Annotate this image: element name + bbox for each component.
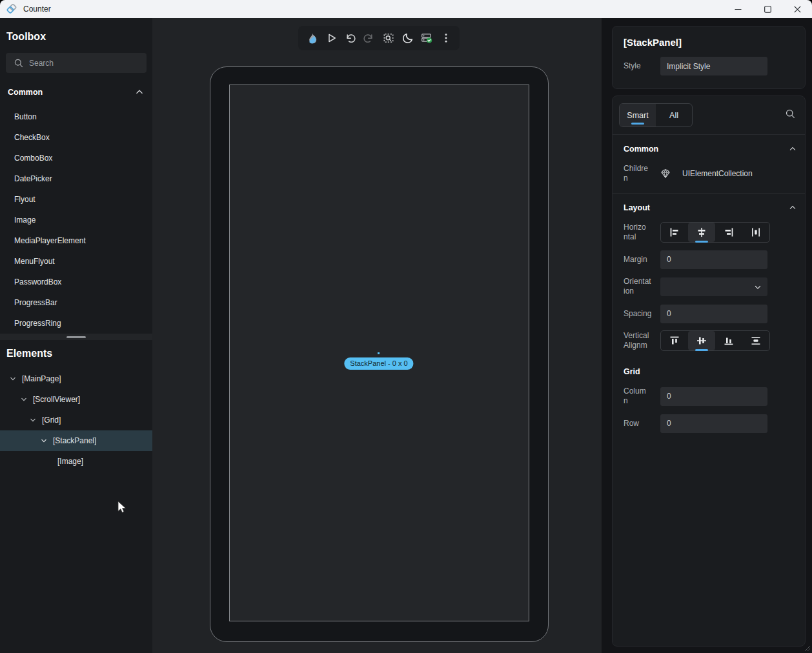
inspect-element-button[interactable] xyxy=(380,30,397,46)
spacing-label: Spacing xyxy=(624,309,660,319)
inspector-properties-card: Smart All xyxy=(612,95,806,647)
toolbox-item-list: Button CheckBox ComboBox DatePicker Flyo… xyxy=(0,106,152,334)
chevron-down-icon xyxy=(29,416,37,424)
hot-reload-button[interactable] xyxy=(303,30,320,46)
tree-item-stackpanel[interactable]: [StackPanel] xyxy=(0,430,152,451)
style-label: Style xyxy=(624,61,660,71)
play-icon xyxy=(325,32,337,44)
valign-center-button[interactable] xyxy=(688,331,715,350)
close-icon xyxy=(794,6,801,13)
halign-center-button[interactable] xyxy=(688,223,715,242)
valign-bottom-button[interactable] xyxy=(715,331,742,350)
sync-status-button[interactable] xyxy=(418,30,435,46)
toolbox-search[interactable] xyxy=(6,53,147,73)
window-titlebar: Counter xyxy=(0,0,812,18)
spacing-input[interactable]: 0 xyxy=(660,305,767,323)
app-logo-icon xyxy=(5,3,18,15)
splitter-handle-icon xyxy=(66,336,86,338)
orientation-label: Orientation xyxy=(624,277,660,296)
selection-badge: StackPanel - 0 x 0 xyxy=(344,357,413,370)
theme-toggle-button[interactable] xyxy=(400,30,416,46)
play-button[interactable] xyxy=(323,30,340,46)
tree-item-grid[interactable]: [Grid] xyxy=(0,410,152,430)
align-vstretch-icon xyxy=(751,336,761,346)
chevron-down-icon xyxy=(20,396,28,403)
left-panel: Toolbox Common Button CheckBox xyxy=(0,18,152,653)
toolbox-item-combobox[interactable]: ComboBox xyxy=(0,148,152,168)
tree-item-image[interactable]: [Image] xyxy=(0,451,152,472)
canvas-toolbar xyxy=(298,26,460,50)
toolbox-title: Toolbox xyxy=(0,18,152,43)
resize-grip-icon[interactable] xyxy=(804,645,811,652)
undo-button[interactable] xyxy=(341,30,358,46)
redo-button[interactable] xyxy=(361,30,378,46)
chevron-up-icon xyxy=(788,203,797,212)
align-center-icon xyxy=(696,227,707,237)
children-label: Children xyxy=(624,164,660,183)
align-right-icon xyxy=(724,227,734,237)
tab-all[interactable]: All xyxy=(656,104,692,126)
device-frame xyxy=(210,66,549,642)
window-title: Counter xyxy=(23,5,51,14)
toolbox-item-progressring[interactable]: ProgressRing xyxy=(0,313,152,334)
element-tree: [MainPage] [ScrollViewer] [Grid] [StackP… xyxy=(0,368,152,472)
selection-handle[interactable] xyxy=(378,352,380,354)
halign-left-button[interactable] xyxy=(661,223,688,242)
toolbox-item-image[interactable]: Image xyxy=(0,210,152,230)
inspector-panel: [StackPanel] Style Implicit Style Smart … xyxy=(602,18,812,653)
inspect-zoom-icon xyxy=(383,32,394,44)
align-left-icon xyxy=(669,227,680,237)
toolbox-section-common[interactable]: Common xyxy=(0,85,152,100)
grid-row-label: Row xyxy=(624,419,660,428)
tree-item-scrollviewer[interactable]: [ScrollViewer] xyxy=(0,389,152,410)
tree-item-mainpage[interactable]: [MainPage] xyxy=(0,368,152,389)
margin-input[interactable]: 0 xyxy=(660,250,767,269)
minimize-icon xyxy=(735,6,742,13)
toolbox-search-input[interactable] xyxy=(29,59,132,68)
flame-icon xyxy=(306,32,318,44)
tab-smart[interactable]: Smart xyxy=(620,104,656,126)
grid-column-label: Column xyxy=(624,387,660,406)
active-tab-indicator xyxy=(631,123,644,125)
moon-icon xyxy=(402,32,414,44)
section-common-header[interactable]: Common xyxy=(624,141,797,157)
elements-title: Elements xyxy=(0,340,152,359)
toolbox-item-flyout[interactable]: Flyout xyxy=(0,189,152,210)
valign-stretch-button[interactable] xyxy=(742,331,769,350)
inspector-tabs: Smart All xyxy=(613,96,805,135)
maximize-button[interactable] xyxy=(753,0,782,18)
selected-align-indicator xyxy=(695,349,708,351)
toolbox-item-checkbox[interactable]: CheckBox xyxy=(0,127,152,148)
chevron-down-icon xyxy=(40,437,48,445)
halign-stretch-button[interactable] xyxy=(742,223,769,242)
toolbox-item-datepicker[interactable]: DatePicker xyxy=(0,168,152,189)
children-value[interactable]: UIElementCollection xyxy=(660,168,711,179)
valign-top-button[interactable] xyxy=(661,331,688,350)
undo-icon xyxy=(344,32,356,44)
vertical-alignment-group xyxy=(660,330,770,351)
more-options-button[interactable] xyxy=(438,30,454,46)
section-layout-header[interactable]: Layout xyxy=(624,200,797,216)
style-input[interactable]: Implicit Style xyxy=(660,57,767,75)
toolbox-item-menuflyout[interactable]: MenuFlyout xyxy=(0,251,152,272)
grid-row-input[interactable]: 0 xyxy=(660,414,767,433)
toolbox-item-button[interactable]: Button xyxy=(0,106,152,127)
toolbox-item-passwordbox[interactable]: PasswordBox xyxy=(0,272,152,292)
halign-right-button[interactable] xyxy=(715,223,742,242)
vertical-alignment-label: Vertical Alignm xyxy=(624,331,660,350)
minimize-button[interactable] xyxy=(723,0,753,18)
orientation-dropdown[interactable] xyxy=(660,277,767,296)
server-check-icon xyxy=(421,32,432,44)
close-button[interactable] xyxy=(782,0,812,18)
chevron-up-icon xyxy=(134,87,145,97)
design-canvas: StackPanel - 0 x 0 xyxy=(152,18,602,653)
collection-gem-icon xyxy=(660,168,671,179)
elements-panel: Elements [MainPage] [ScrollViewer] [Grid… xyxy=(0,340,152,653)
inspector-header-card: [StackPanel] Style Implicit Style xyxy=(612,26,806,89)
grid-column-input[interactable]: 0 xyxy=(660,387,767,406)
align-bottom-icon xyxy=(724,336,734,346)
toolbox-item-mediaplayerelement[interactable]: MediaPlayerElement xyxy=(0,230,152,251)
toolbox-item-progressbar[interactable]: ProgressBar xyxy=(0,292,152,313)
panel-splitter[interactable] xyxy=(0,334,152,340)
property-search-button[interactable] xyxy=(785,108,796,119)
